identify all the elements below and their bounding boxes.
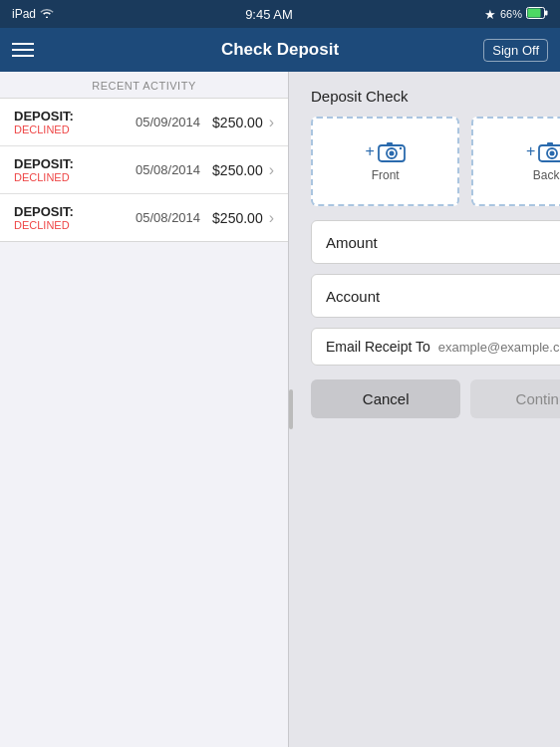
svg-rect-1 (527, 9, 540, 18)
status-time: 9:45 AM (245, 7, 293, 22)
svg-rect-11 (547, 142, 553, 146)
email-input[interactable] (438, 340, 560, 355)
chevron-right-icon: › (269, 161, 274, 179)
right-panel: Deposit Check + Front (289, 72, 560, 747)
panel-divider (289, 389, 293, 429)
activity-item[interactable]: DEPOSIT: DECLINED 05/09/2014 $250.00 › (0, 99, 288, 146)
activity-date: 05/08/2014 (136, 210, 200, 225)
svg-point-7 (400, 147, 402, 149)
battery-percent: 66% (500, 8, 522, 20)
account-field[interactable]: Account › (311, 274, 560, 318)
activity-amount: $250.00 (212, 210, 263, 226)
activity-list: DEPOSIT: DECLINED 05/09/2014 $250.00 › D… (0, 98, 288, 242)
ipad-label: iPad (12, 7, 36, 21)
button-row: Cancel Continue (311, 379, 560, 418)
svg-point-10 (550, 151, 555, 156)
activity-type: DEPOSIT: (14, 204, 124, 219)
page-title: Check Deposit (221, 40, 339, 60)
back-photo-button[interactable]: + Back (471, 117, 560, 206)
menu-button[interactable] (12, 36, 40, 64)
chevron-right-icon: › (269, 209, 274, 227)
plus-icon: + (366, 142, 375, 160)
svg-point-5 (389, 151, 394, 156)
account-label: Account (326, 288, 380, 305)
plus-icon: + (526, 142, 535, 160)
chevron-right-icon: › (269, 114, 274, 131)
activity-item[interactable]: DEPOSIT: DECLINED 05/08/2014 $250.00 › (0, 194, 288, 241)
recent-activity-header: RECENT ACTIVITY (0, 72, 288, 98)
activity-status: DECLINED (14, 124, 124, 135)
email-receipt-field: Email Receipt To (311, 328, 560, 366)
svg-rect-2 (545, 11, 548, 16)
email-receipt-label: Email Receipt To (326, 339, 430, 355)
cancel-button[interactable]: Cancel (311, 379, 460, 418)
camera-icon (378, 140, 406, 162)
camera-icon (538, 140, 560, 162)
wifi-icon (40, 7, 54, 21)
activity-type: DEPOSIT: (14, 109, 124, 124)
front-photo-button[interactable]: + Front (311, 117, 459, 206)
activity-date: 05/09/2014 (136, 115, 200, 129)
activity-status: DECLINED (14, 171, 124, 183)
photo-row: + Front + (311, 117, 560, 206)
status-bar: iPad 9:45 AM ★ 66% (0, 0, 560, 28)
amount-label: Amount (326, 234, 378, 251)
sign-out-button[interactable]: Sign Off (483, 39, 548, 62)
activity-amount: $250.00 (212, 115, 263, 130)
activity-item[interactable]: DEPOSIT: DECLINED 05/08/2014 $250.00 › (0, 146, 288, 194)
left-panel: RECENT ACTIVITY DEPOSIT: DECLINED 05/09/… (0, 72, 289, 747)
activity-date: 05/08/2014 (136, 162, 200, 177)
svg-rect-6 (387, 142, 393, 146)
back-label: Back (533, 168, 560, 182)
bluetooth-icon: ★ (484, 7, 496, 22)
battery-icon (526, 7, 548, 21)
front-label: Front (372, 168, 400, 182)
main-layout: RECENT ACTIVITY DEPOSIT: DECLINED 05/09/… (0, 72, 560, 747)
deposit-check-title: Deposit Check (311, 88, 560, 105)
activity-type: DEPOSIT: (14, 156, 124, 171)
navbar: Check Deposit Sign Off (0, 28, 560, 72)
status-left: iPad (12, 7, 54, 21)
activity-amount: $250.00 (212, 162, 263, 178)
amount-field[interactable]: Amount › (311, 220, 560, 264)
status-right: ★ 66% (484, 7, 548, 22)
activity-status: DECLINED (14, 219, 124, 231)
continue-button[interactable]: Continue (470, 379, 560, 418)
